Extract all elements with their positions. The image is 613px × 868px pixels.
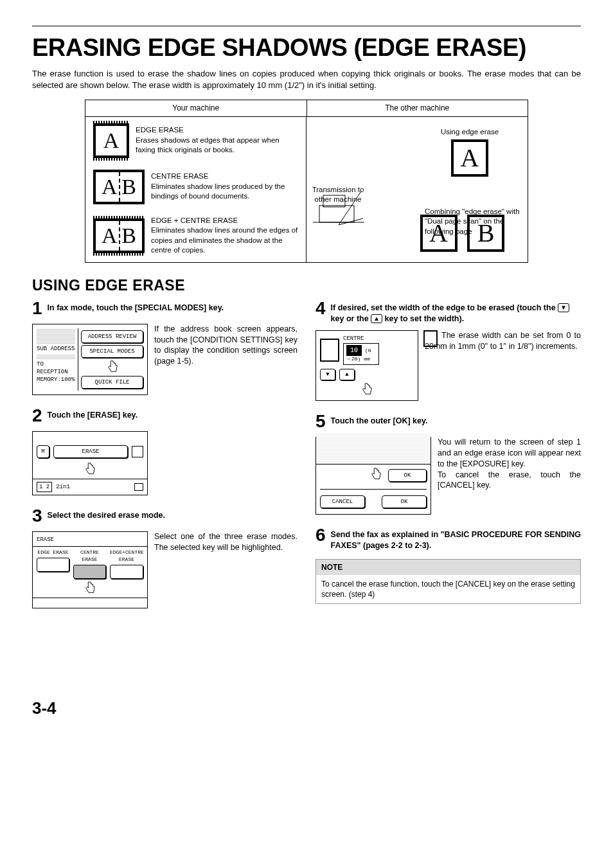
screen-step4: CENTRE 10 (0～20) mm ▼ ▲ — [315, 330, 418, 400]
page-title: ERASING EDGE SHADOWS (EDGE ERASE) — [32, 31, 581, 64]
page-icon-mini — [320, 339, 339, 362]
step-caption: You will return to the screen of step 1 … — [438, 437, 581, 515]
screen-title: ERASE — [37, 536, 143, 544]
result-letter: B — [467, 215, 504, 252]
hand-pointer-icon — [83, 581, 97, 595]
centre-label: CENTRE — [343, 335, 379, 342]
step-heading: Send the fax as explained in "BASIC PROC… — [331, 529, 581, 551]
erase-option[interactable]: CENTRE ERASE — [73, 549, 106, 563]
page-number: 3-4 — [32, 697, 581, 720]
erase-mode-desc: Erases shadows at edges that appear when… — [136, 136, 298, 155]
note-box: NOTE To cancel the erase function, touch… — [315, 559, 581, 605]
step-heading: If desired, set the width of the edge to… — [331, 303, 581, 324]
corner-button[interactable] — [134, 483, 143, 491]
step-caption: Select one of the three erase modes. The… — [154, 531, 298, 608]
note-body: To cancel the erase function, touch the … — [316, 575, 580, 603]
page-icon: A B — [93, 218, 145, 253]
erase-button[interactable]: ERASE — [53, 445, 128, 458]
erase-mode-name: CENTRE ERASE — [151, 172, 298, 182]
hand-pointer-icon — [369, 467, 383, 481]
down-key-icon: ▼ — [558, 303, 569, 312]
svg-rect-0 — [319, 206, 354, 222]
quick-file-button[interactable]: QUICK FILE — [81, 376, 143, 389]
step-heading: Touch the outer [OK] key. — [331, 416, 428, 430]
twoinone-label: 2in1 — [56, 483, 70, 491]
decrement-button[interactable]: ▼ — [320, 369, 335, 380]
edge-erase-diagram: Your machine The other machine A EDGE ER… — [85, 100, 528, 262]
step-caption: If the address book screen appears, touc… — [154, 324, 298, 395]
erase-mode-name: EDGE + CENTRE ERASE — [151, 216, 298, 226]
note-heading: NOTE — [316, 560, 580, 575]
page-icon-inline — [423, 330, 438, 347]
hand-pointer-icon — [83, 462, 97, 476]
using-edge-erase-label: Using edge erase — [425, 127, 515, 137]
address-review-button[interactable]: ADDRESS REVIEW — [81, 330, 143, 343]
section-heading: USING EDGE ERASE — [32, 276, 581, 296]
step-number: 4 — [315, 299, 326, 324]
erase-mode-desc: Eliminates shadow lines produced by the … — [151, 182, 298, 202]
diagram-left-head: Your machine — [85, 100, 307, 116]
screen-step1: SUB ADDRESS TO RECEPTION MEMORY:100% ADD… — [32, 324, 148, 395]
erase-mode-name: EDGE ERASE — [136, 125, 298, 136]
step-number: 1 — [32, 299, 42, 317]
result-letter: A — [420, 215, 458, 252]
increment-button[interactable]: ▲ — [339, 369, 355, 380]
page-icon: A — [93, 123, 129, 158]
erase-option[interactable]: EDGE ERASE — [37, 549, 69, 556]
step-caption: The erase width can be set from 0 to 20m… — [425, 331, 581, 351]
outer-ok-button[interactable]: OK — [382, 495, 427, 508]
mode-icon — [132, 446, 143, 457]
screen-label: MEMORY:100% — [37, 376, 75, 384]
fax-machine-icon — [313, 186, 364, 231]
cancel-button[interactable]: CANCEL — [320, 495, 365, 508]
m-button[interactable]: M — [37, 445, 49, 458]
result-letter: A — [451, 139, 488, 177]
step-number: 2 — [32, 407, 42, 425]
step-heading: In fax mode, touch the [SPECIAL MODES] k… — [48, 303, 224, 317]
step-heading: Touch the [ERASE] key. — [48, 410, 138, 425]
step-number: 3 — [32, 507, 42, 525]
erase-mode-desc: Eliminates shadow lines around the edges… — [151, 226, 298, 256]
screen-label: SUB ADDRESS — [37, 345, 75, 353]
hand-pointer-icon — [360, 382, 374, 396]
top-rule — [32, 26, 581, 26]
inner-ok-button[interactable]: OK — [388, 469, 427, 482]
screen-step2: M ERASE 1 2 2in1 — [32, 431, 148, 495]
step-heading: Select the desired erase mode. — [48, 510, 165, 525]
step-number: 5 — [315, 412, 326, 430]
diagram-right-head: The other machine — [307, 100, 528, 116]
svg-rect-1 — [323, 195, 345, 207]
step-number: 6 — [315, 526, 326, 551]
width-value: 10 — [346, 345, 362, 357]
hand-pointer-icon — [105, 360, 120, 374]
intro-text: The erase function is used to erase the … — [32, 68, 581, 91]
screen-step3: ERASE EDGE ERASE CENTRE ERASE EDGE+CENTR… — [32, 531, 148, 608]
special-modes-button[interactable]: SPECIAL MODES — [81, 345, 143, 358]
page-icon: A B — [93, 170, 145, 204]
page-indicator: 1 2 — [37, 482, 52, 492]
screen-label: TO RECEPTION — [37, 360, 75, 376]
width-unit: mm — [364, 356, 370, 362]
up-key-icon: ▲ — [371, 314, 382, 323]
erase-option[interactable]: EDGE+CENTRE ERASE — [110, 549, 143, 563]
screen-step5: OK CANCEL OK — [315, 437, 431, 515]
